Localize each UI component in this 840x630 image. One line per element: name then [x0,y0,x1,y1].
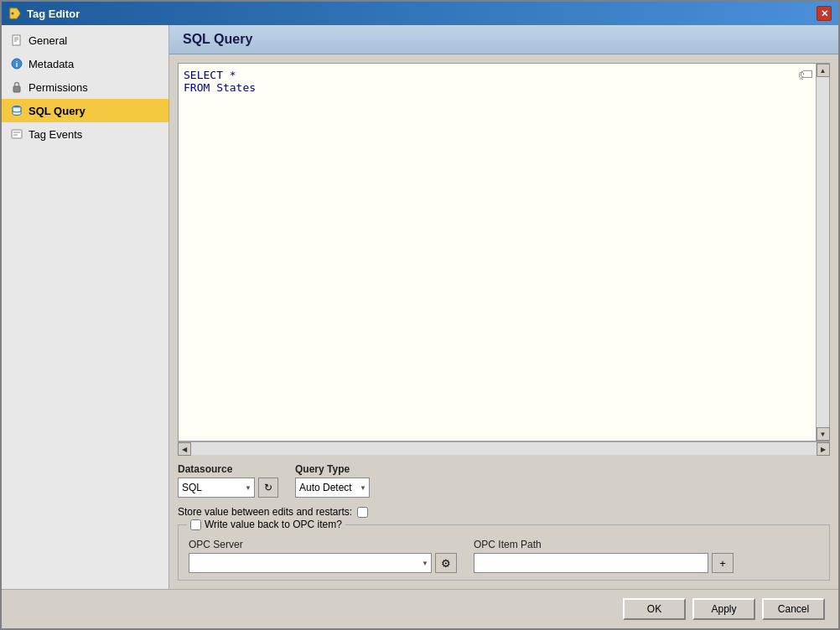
sidebar-item-permissions[interactable]: Permissions [2,75,169,99]
lock-icon [10,80,23,94]
sidebar-item-general[interactable]: General [2,28,169,52]
query-type-label: Query Type [295,463,370,475]
opc-fields: OPC Server ⚙ [189,539,819,573]
datasource-group: Datasource SQL MySQL PostgreSQL ↻ [178,463,278,498]
main-panel: SQL Query SELECT * FROM States ▲ ▼ ◀ [169,25,838,589]
store-value-checkbox[interactable] [357,507,368,518]
svg-point-1 [12,13,14,15]
db-icon [10,104,23,117]
opc-group: Write value back to OPC item? OPC Server [178,524,830,581]
close-button[interactable]: ✕ [817,6,832,21]
tag-icon: 🏷 [798,66,813,84]
opc-legend: Write value back to OPC item? [187,519,345,530]
title-bar-left: Tag Editor [8,7,80,20]
datasource-label: Datasource [178,463,278,475]
scroll-track [817,77,829,427]
apply-button[interactable]: Apply [692,598,755,620]
cancel-button[interactable]: Cancel [762,598,825,620]
dialog-title: Tag Editor [27,8,80,20]
refresh-button[interactable]: ↻ [258,478,278,498]
query-type-select-wrapper: Auto Detect Select Update Insert [295,478,370,498]
hscroll-track [191,442,817,455]
bottom-bar: OK Apply Cancel [2,589,838,628]
content-area: General i Metadata [2,25,838,589]
panel-header: SQL Query [169,25,838,54]
svg-text:i: i [16,60,18,69]
opc-item-path-label: OPC Item Path [474,539,734,550]
tag-editor-icon [8,7,22,20]
scroll-up-arrow[interactable]: ▲ [817,64,830,77]
scroll-down-arrow[interactable]: ▼ [817,427,830,441]
opc-item-path-add-button[interactable]: + [712,553,734,573]
sidebar-label-sql-query: SQL Query [29,105,86,117]
opc-server-label: OPC Server [189,539,457,550]
opc-server-select-wrapper [189,553,432,573]
sidebar-item-sql-query[interactable]: SQL Query [2,99,169,122]
document-icon [10,34,23,47]
options-section: Store value between edits and restarts: … [178,506,830,581]
info-icon: i [10,57,23,70]
panel-title: SQL Query [183,32,252,46]
sidebar-item-tag-events[interactable]: Tag Events [2,122,169,146]
store-value-row: Store value between edits and restarts: [178,506,830,518]
opc-item-path-input[interactable] [474,553,708,573]
event-icon [10,127,23,141]
controls-row: Datasource SQL MySQL PostgreSQL ↻ [178,463,830,498]
horizontal-scrollbar: ◀ ▶ [178,442,830,455]
hscroll-left-arrow[interactable]: ◀ [178,442,191,456]
svg-rect-8 [13,86,20,92]
opc-item-path-row: + [474,553,734,573]
vertical-scrollbar: ▲ ▼ [816,64,829,441]
tag-editor-dialog: Tag Editor ✕ General [0,0,840,630]
write-back-checkbox[interactable] [190,519,201,530]
query-type-row: Auto Detect Select Update Insert [295,478,370,498]
svg-rect-10 [12,130,22,138]
svg-rect-2 [13,35,20,45]
opc-server-select[interactable] [189,553,432,573]
ok-button[interactable]: OK [623,598,686,620]
sidebar-label-general: General [29,34,67,47]
store-value-label: Store value between edits and restarts: [178,506,352,518]
sidebar-label-tag-events: Tag Events [29,128,82,141]
sidebar-label-metadata: Metadata [29,58,74,70]
opc-item-path-field: OPC Item Path + [474,539,734,573]
datasource-select-wrapper: SQL MySQL PostgreSQL [178,478,255,498]
opc-server-row: ⚙ [189,553,457,573]
panel-content: SELECT * FROM States ▲ ▼ ◀ ▶ 🏷 [169,54,838,589]
opc-server-field: OPC Server ⚙ [189,539,457,573]
sidebar-label-permissions: Permissions [29,81,88,94]
write-back-label: Write value back to OPC item? [205,519,342,530]
query-type-select[interactable]: Auto Detect Select Update Insert [295,478,370,498]
sql-editor-container: SELECT * FROM States ▲ ▼ [178,63,830,442]
sidebar: General i Metadata [2,25,169,589]
hscroll-right-arrow[interactable]: ▶ [817,442,830,456]
query-type-group: Query Type Auto Detect Select Update Ins… [295,463,370,498]
datasource-row: SQL MySQL PostgreSQL ↻ [178,478,278,498]
sql-editor[interactable]: SELECT * FROM States [179,64,816,441]
title-bar: Tag Editor ✕ [2,2,838,25]
sidebar-item-metadata[interactable]: i Metadata [2,52,169,75]
opc-server-settings-button[interactable]: ⚙ [435,553,457,573]
datasource-select[interactable]: SQL MySQL PostgreSQL [178,478,255,498]
